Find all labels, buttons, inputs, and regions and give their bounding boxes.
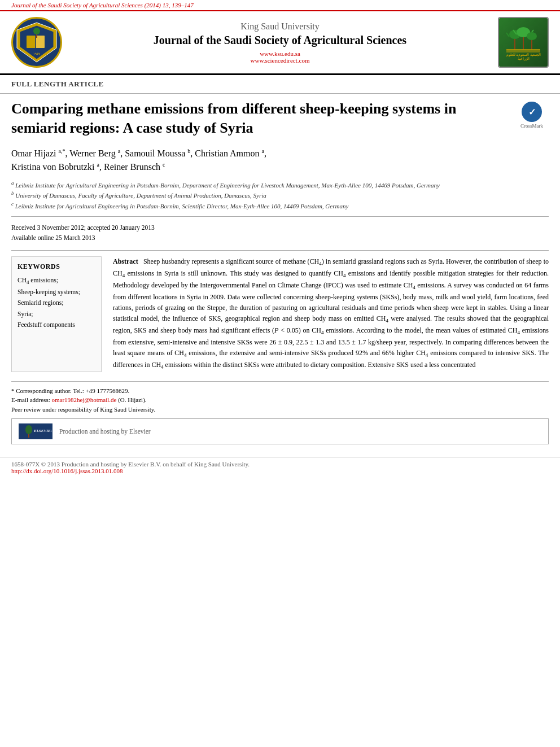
doi-text: http://dx.doi.org/10.1016/j.jssas.2013.0… xyxy=(11,468,549,474)
svg-point-21 xyxy=(25,425,32,434)
article-title: Comparing methane emissions from differe… xyxy=(11,99,474,138)
author-email[interactable]: omar1982hej@hotmail.de xyxy=(51,396,116,403)
divider-2 xyxy=(11,250,549,251)
affiliation-a: a Leibniz Institute for Agricultural Eng… xyxy=(11,180,549,190)
keyword-5: Feedstuff components xyxy=(18,320,95,329)
svg-text:ELSEVIER: ELSEVIER xyxy=(33,429,51,433)
university-name: King Saud University xyxy=(73,21,487,32)
svg-line-10 xyxy=(506,33,509,37)
corresponding-text: Corresponding author. Tel.: +49 17775686… xyxy=(16,387,129,394)
email-label: E-mail address: xyxy=(11,396,51,403)
corresponding-asterisk: * xyxy=(11,387,16,394)
footer-section: * Corresponding author. Tel.: +49 177756… xyxy=(11,381,549,445)
article-content: Comparing methane emissions from differe… xyxy=(0,94,560,457)
dates: Received 3 November 2012; accepted 20 Ja… xyxy=(11,222,549,243)
keywords-column: KEYWORDS CH4 emissions; Sheep-keeping sy… xyxy=(11,256,102,372)
divider-1 xyxy=(11,216,549,217)
available-date: Available online 25 March 2013 xyxy=(11,233,549,243)
received-date: Received 3 November 2012; accepted 20 Ja… xyxy=(11,222,549,233)
affiliation-b: b University of Damascus, Faculty of Agr… xyxy=(11,190,549,200)
keyword-3: Semiarid regions; xyxy=(18,298,95,307)
abstract-column: Abstract Sheep husbandry represents a si… xyxy=(113,256,549,372)
two-col-section: KEYWORDS CH4 emissions; Sheep-keeping sy… xyxy=(11,256,549,372)
keywords-title: KEYWORDS xyxy=(18,263,95,271)
abstract-label: Abstract xyxy=(113,257,138,265)
svg-point-5 xyxy=(33,28,40,34)
journal-link-text: Journal of the Saudi Society of Agricult… xyxy=(11,2,194,8)
elsevier-footer: ELSEVIER Production and hosting by Elsev… xyxy=(11,418,549,444)
article-type-label: FULL LENGTH ARTICLE xyxy=(11,80,104,88)
url1: www.ksu.edu.sa xyxy=(73,50,487,57)
journal-name-header: Journal of the Saudi Society of Agricult… xyxy=(73,34,487,47)
journal-center-info: King Saud University Journal of the Saud… xyxy=(62,21,498,64)
keyword-4: Syria; xyxy=(18,309,95,318)
crossmark-label: CrossMark xyxy=(520,123,543,129)
svg-rect-2 xyxy=(27,36,36,48)
copyright-text: 1658-077X © 2013 Production and hosting … xyxy=(11,461,549,468)
ksu-logo-left: ١٩٥٧ xyxy=(11,17,62,68)
bottom-bar: 1658-077X © 2013 Production and hosting … xyxy=(0,457,560,478)
article-type-bar: FULL LENGTH ARTICLE xyxy=(0,75,560,94)
corresponding-note: * Corresponding author. Tel.: +49 177756… xyxy=(11,386,549,414)
svg-point-17 xyxy=(527,32,537,40)
crossmark-icon[interactable]: ✓ xyxy=(522,102,542,122)
peer-review-note: Peer review under responsibility of King… xyxy=(11,406,155,413)
authors: Omar Hijazi a,*, Werner Berg a, Samouil … xyxy=(11,147,549,174)
title-row: Comparing methane emissions from differe… xyxy=(11,99,549,138)
crossmark[interactable]: ✓ CrossMark xyxy=(515,102,549,129)
keyword-2: Sheep-keeping systems; xyxy=(18,287,95,296)
elsevier-text: Production and hosting by Elsevier xyxy=(59,428,151,435)
journal-link-bar: Journal of the Saudi Society of Agricult… xyxy=(0,0,560,11)
ksu-logo-right: الجمعية السعودية للعلوم الزراعية xyxy=(498,17,549,68)
journal-urls: www.ksu.edu.sa www.sciencedirect.com xyxy=(73,50,487,64)
elsevier-logo: ELSEVIER xyxy=(19,423,53,439)
journal-header: ١٩٥٧ King Saud University Journal of the… xyxy=(0,11,560,75)
affiliation-c: c Leibniz Institute for Agricultural Eng… xyxy=(11,200,549,211)
url2: www.sciencedirect.com xyxy=(73,57,487,64)
affiliations: a Leibniz Institute for Agricultural Eng… xyxy=(11,180,549,210)
email-suffix: (O. Hijazi). xyxy=(118,396,146,403)
keyword-1: CH4 emissions; xyxy=(18,276,95,286)
doi-link[interactable]: http://dx.doi.org/10.1016/j.jssas.2013.0… xyxy=(11,468,123,474)
svg-text:١٩٥٧: ١٩٥٧ xyxy=(33,53,40,55)
